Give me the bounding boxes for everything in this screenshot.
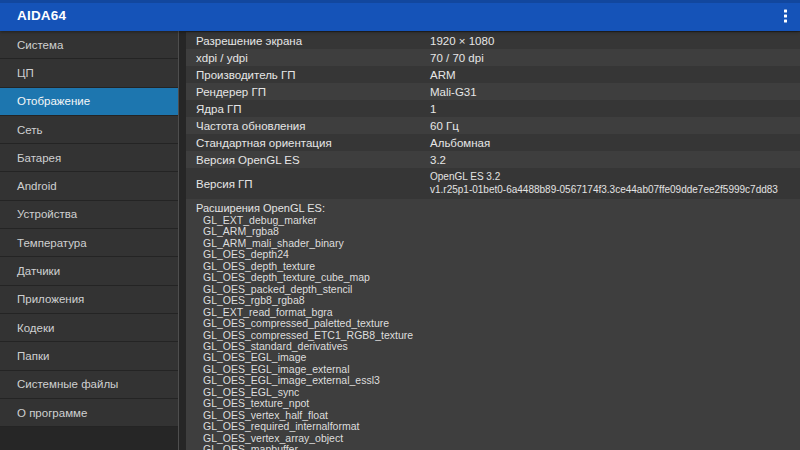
extension-list-item: GL_OES_depth_texture_cube_map — [203, 272, 800, 283]
gpu-version-line1: OpenGL ES 3.2 — [430, 171, 778, 184]
sidebar-item-4[interactable]: Сеть — [0, 116, 178, 144]
info-label: Версия ГП — [196, 178, 253, 190]
sidebar: СистемаЦПОтображениеСетьБатареяAndroidУс… — [0, 31, 178, 427]
info-row: Рендерер ГПMali-G31 — [186, 83, 800, 100]
info-value: 3.2 — [430, 154, 446, 166]
sidebar-item-6[interactable]: Android — [0, 172, 178, 200]
info-row: xdpi / ydpi70 / 70 dpi — [186, 49, 800, 66]
info-label: Версия OpenGL ES — [196, 154, 300, 166]
opengl-extensions-section: Расширения OpenGL ES: GL_EXT_debug_marke… — [186, 199, 800, 450]
info-row: Производитель ГПARM — [186, 66, 800, 83]
sidebar-item-label: Приложения — [17, 293, 84, 305]
info-row: Ядра ГП1 — [186, 100, 800, 117]
sidebar-item-label: Батарея — [17, 152, 61, 164]
sidebar-item-label: Температура — [17, 237, 87, 249]
sidebar-item-label: ЦП — [17, 67, 34, 79]
app-bar: AIDA64 — [0, 0, 800, 31]
extension-list-item: GL_EXT_debug_marker — [203, 215, 800, 226]
info-row: Версия OpenGL ES3.2 — [186, 151, 800, 168]
sidebar-item-label: Android — [17, 180, 57, 192]
sidebar-item-8[interactable]: Температура — [0, 229, 178, 257]
info-value: 70 / 70 dpi — [430, 52, 484, 64]
extension-list-item: GL_OES_compressed_paletted_texture — [203, 318, 800, 329]
overflow-menu-icon[interactable] — [780, 5, 791, 26]
gpu-version-line2: v1.r25p1-01bet0-6a4488b89-0567174f3.3ce4… — [430, 184, 778, 197]
sidebar-item-label: Устройства — [17, 208, 77, 220]
extension-list-item: GL_OES_mapbuffer — [203, 444, 800, 450]
sidebar-item-5[interactable]: Батарея — [0, 144, 178, 172]
sidebar-item-7[interactable]: Устройства — [0, 201, 178, 229]
sidebar-item-label: Сеть — [17, 124, 43, 136]
info-label: Частота обновления — [196, 120, 306, 132]
sidebar-item-label: Система — [17, 39, 63, 51]
sidebar-item-3[interactable]: Отображение — [0, 88, 178, 116]
info-label: Ядра ГП — [196, 103, 242, 115]
sidebar-divider — [178, 31, 179, 450]
sidebar-item-label: Отображение — [17, 95, 90, 107]
sidebar-item-2[interactable]: ЦП — [0, 59, 178, 87]
info-label: Рендерер ГП — [196, 86, 266, 98]
info-value: ARM — [430, 69, 456, 81]
info-label: Разрешение экрана — [196, 35, 302, 47]
sidebar-item-10[interactable]: Приложения — [0, 286, 178, 314]
extension-list-item: GL_OES_required_internalformat — [203, 421, 800, 432]
info-row-gpu-version: Версия ГП OpenGL ES 3.2 v1.r25p1-01bet0-… — [186, 168, 800, 199]
sidebar-item-label: Системные файлы — [17, 378, 118, 390]
sidebar-item-9[interactable]: Датчики — [0, 257, 178, 285]
extension-list-item: GL_OES_texture_npot — [203, 398, 800, 409]
sidebar-item-13[interactable]: Системные файлы — [0, 371, 178, 399]
sidebar-item-label: О программе — [17, 407, 87, 419]
sidebar-item-14[interactable]: О программе — [0, 399, 178, 427]
info-row: Разрешение экрана1920 × 1080 — [186, 32, 800, 49]
extension-list-item: GL_ARM_mali_shader_binary — [203, 238, 800, 249]
sidebar-item-1[interactable]: Система — [0, 31, 178, 59]
info-value: 1 — [430, 103, 436, 115]
info-label: Производитель ГП — [196, 69, 296, 81]
sidebar-item-label: Папки — [17, 350, 49, 362]
info-value: Альбомная — [430, 137, 490, 149]
app-title: AIDA64 — [17, 0, 66, 32]
content-panel: Разрешение экрана1920 × 1080xdpi / ydpi7… — [186, 31, 800, 450]
info-value: 60 Гц — [430, 120, 459, 132]
info-row: Стандартная ориентацияАльбомная — [186, 134, 800, 151]
info-value: 1920 × 1080 — [430, 35, 494, 47]
info-label: xdpi / ydpi — [196, 52, 248, 64]
extension-list-item: GL_OES_rgb8_rgba8 — [203, 295, 800, 306]
sidebar-item-label: Датчики — [17, 265, 60, 277]
info-value: Mali-G31 — [430, 86, 477, 98]
info-value: OpenGL ES 3.2 v1.r25p1-01bet0-6a4488b89-… — [430, 171, 778, 196]
sidebar-item-11[interactable]: Кодеки — [0, 314, 178, 342]
extensions-list: GL_EXT_debug_markerGL_ARM_rgba8GL_ARM_ma… — [186, 215, 800, 450]
sidebar-item-label: Кодеки — [17, 322, 54, 334]
info-row: Частота обновления60 Гц — [186, 117, 800, 134]
info-label: Стандартная ориентация — [196, 137, 332, 149]
sidebar-item-12[interactable]: Папки — [0, 342, 178, 370]
